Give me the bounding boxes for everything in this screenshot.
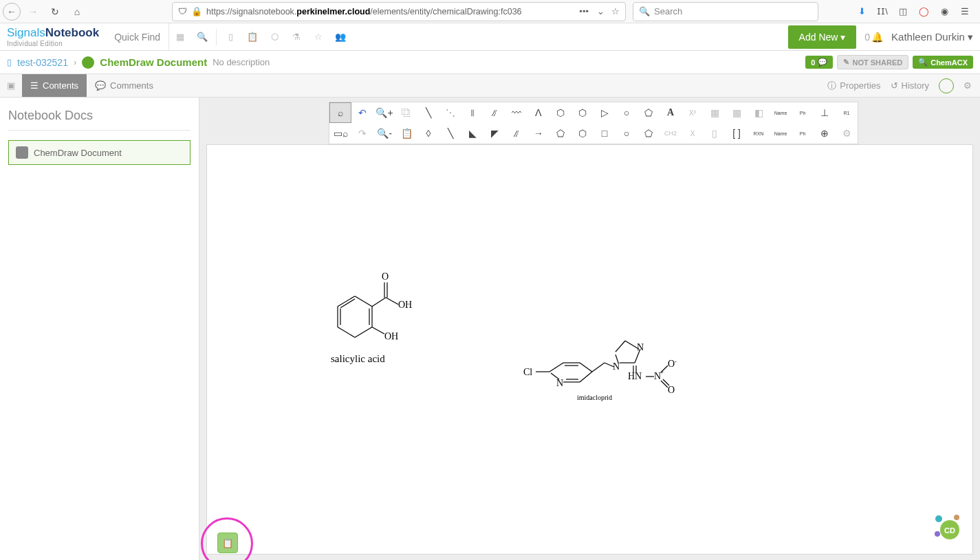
pocket-icon[interactable]: ⌄ bbox=[597, 6, 605, 16]
tool-name-struct[interactable]: Name bbox=[770, 102, 792, 123]
notebook-icon[interactable]: ▯ bbox=[219, 23, 241, 50]
tool-marquee[interactable]: ▭⌕ bbox=[329, 123, 351, 144]
tool-bond-bold[interactable]: ╲ bbox=[439, 123, 461, 144]
tool-phenyl2[interactable]: Ph bbox=[792, 123, 814, 144]
quick-find-button[interactable]: Quick Find bbox=[106, 23, 169, 50]
chemdraw-canvas[interactable]: O OH OH salicylic acid bbox=[206, 144, 973, 555]
sidebar-doc-item[interactable]: ChemDraw Document bbox=[8, 140, 190, 165]
history-button[interactable]: ↺History bbox=[891, 80, 929, 91]
tool-hexagon2[interactable]: ⬡ bbox=[571, 123, 594, 144]
calendar-icon[interactable]: ▦ bbox=[169, 23, 191, 50]
tool-bond-double[interactable]: ⫽ bbox=[505, 123, 527, 144]
search-app-icon[interactable]: 🔍 bbox=[191, 23, 213, 50]
page-actions-icon[interactable]: ••• bbox=[579, 6, 589, 16]
account-icon[interactable]: ◉ bbox=[937, 5, 951, 19]
forward-button[interactable]: → bbox=[23, 2, 43, 21]
svg-line-9 bbox=[372, 298, 386, 306]
clipboard-icon[interactable]: 📋 bbox=[241, 23, 263, 50]
library-icon[interactable]: 𝖨𝖨\ bbox=[875, 5, 889, 19]
tool-bond-dashed[interactable]: ⋱ bbox=[439, 102, 461, 123]
extension-icon[interactable]: ◯ bbox=[917, 5, 930, 19]
settings-icon[interactable]: ⚙ bbox=[963, 80, 972, 91]
tool-text[interactable]: A bbox=[660, 102, 682, 123]
tool-benzene[interactable]: ⬡ bbox=[549, 102, 571, 123]
tool-hexagon[interactable]: ⬡ bbox=[571, 102, 594, 123]
comment-count-pill[interactable]: 0 💬 bbox=[805, 56, 833, 69]
svg-line-12 bbox=[386, 298, 398, 304]
breadcrumb-title[interactable]: ChemDraw Document bbox=[100, 56, 207, 68]
tool-bracket[interactable]: ▯ bbox=[704, 123, 726, 144]
tool-pentagon[interactable]: ⬠ bbox=[549, 123, 571, 144]
bell-icon: 🔔 bbox=[871, 32, 883, 43]
tool-cyclohex-chair2[interactable]: ⬠ bbox=[638, 123, 660, 144]
atom-o: O bbox=[382, 271, 389, 282]
tool-rxn[interactable]: RXN bbox=[748, 123, 770, 144]
back-button[interactable]: ← bbox=[3, 3, 21, 21]
status-icon[interactable] bbox=[939, 78, 954, 93]
tool-brackets[interactable]: [ ] bbox=[726, 123, 748, 144]
sidebar-icon[interactable]: ◫ bbox=[896, 5, 910, 19]
atom-icon[interactable]: ⬡ bbox=[263, 23, 285, 50]
browser-search[interactable]: 🔍 Search bbox=[633, 2, 818, 21]
tool-circle[interactable]: ○ bbox=[616, 102, 638, 123]
tool-plus[interactable]: ⊕ bbox=[814, 123, 836, 144]
tool-arrow[interactable]: → bbox=[527, 123, 549, 144]
tool-template2[interactable]: ▦ bbox=[726, 102, 748, 123]
tool-cyclohex-chair[interactable]: ⬠ bbox=[638, 102, 660, 123]
tool-phenyl[interactable]: Ph bbox=[792, 102, 814, 123]
properties-button[interactable]: ⓘProperties bbox=[827, 80, 880, 92]
star-icon[interactable]: ☆ bbox=[307, 23, 329, 50]
flask-icon[interactable]: ⚗ bbox=[285, 23, 307, 50]
chemacx-button[interactable]: 🔍 ChemACX bbox=[913, 56, 973, 69]
tool-lasso[interactable]: ⌕ bbox=[329, 102, 351, 123]
doc-type-icon bbox=[82, 56, 94, 69]
tool-rgroup[interactable]: R1 bbox=[836, 102, 858, 123]
tool-bond-single[interactable]: ╲ bbox=[417, 102, 439, 123]
tool-undo[interactable]: ↶ bbox=[351, 102, 373, 123]
tool-paste[interactable]: 📋 bbox=[395, 123, 417, 144]
add-new-button[interactable]: Add New ▾ bbox=[788, 25, 857, 49]
tool-zoom-in[interactable]: 🔍+ bbox=[373, 102, 395, 123]
molecule-salicylic-acid[interactable]: O OH OH bbox=[324, 269, 420, 358]
tool-circle2[interactable]: ○ bbox=[616, 123, 638, 144]
bookmark-icon[interactable]: ☆ bbox=[611, 6, 620, 16]
tool-struct-name[interactable]: Name bbox=[770, 123, 792, 144]
tool-gear[interactable]: ⚙ bbox=[836, 123, 858, 144]
download-icon[interactable]: ⬇ bbox=[855, 5, 869, 19]
tool-zoom-out[interactable]: 🔍- bbox=[373, 123, 395, 144]
tool-bond-wedge2[interactable]: ◤ bbox=[483, 123, 505, 144]
tool-wavy[interactable]: 〰 bbox=[505, 102, 527, 123]
view-icon[interactable]: ▣ bbox=[0, 74, 22, 97]
tool-template3[interactable]: ◧ bbox=[748, 102, 770, 123]
tool-bond-wedge[interactable]: ◣ bbox=[461, 123, 483, 144]
notifications[interactable]: 0🔔 bbox=[864, 32, 883, 43]
tool-ch2[interactable]: CH2 bbox=[660, 123, 682, 144]
tool-eraser[interactable]: ◊ bbox=[417, 123, 439, 144]
tool-redo[interactable]: ↷ bbox=[351, 123, 373, 144]
share-status-pill[interactable]: ✎ NOT SHARED bbox=[837, 55, 908, 69]
breadcrumb-parent[interactable]: test-032521 bbox=[17, 57, 68, 68]
doc-label: ChemDraw Document bbox=[34, 148, 122, 158]
reload-button[interactable]: ↻ bbox=[45, 2, 65, 21]
url-bar[interactable]: 🛡 🔒 https://signalsnotebook.perkinelmer.… bbox=[172, 2, 626, 21]
tool-superscript[interactable]: X² bbox=[682, 102, 704, 123]
user-menu[interactable]: Kathleen Durkin ▾ bbox=[891, 31, 973, 43]
tool-template1[interactable]: ▦ bbox=[704, 102, 726, 123]
tool-triangle[interactable]: ▷ bbox=[594, 102, 616, 123]
tool-copy[interactable]: ⿻ bbox=[395, 102, 417, 123]
tool-bond-hash2[interactable]: ⫽ bbox=[483, 102, 505, 123]
tool-square[interactable]: □ bbox=[594, 123, 616, 144]
home-button[interactable]: ⌂ bbox=[67, 2, 87, 21]
tool-chain[interactable]: ᐱ bbox=[527, 102, 549, 123]
tab-contents[interactable]: ☰Contents bbox=[22, 74, 87, 97]
tab-comments[interactable]: 💬Comments bbox=[87, 74, 162, 97]
tool-stamp[interactable]: ⊥ bbox=[814, 102, 836, 123]
atom-hn: HN bbox=[628, 371, 642, 381]
menu-icon[interactable]: ☰ bbox=[958, 5, 972, 19]
tool-x[interactable]: X bbox=[682, 123, 704, 144]
app-logo[interactable]: SignalsNotebook Individual Edition bbox=[0, 26, 106, 47]
users-icon[interactable]: 👥 bbox=[329, 23, 351, 50]
floating-clipboard-button[interactable]: 📋 bbox=[217, 533, 238, 553]
chemdraw-logo: CD bbox=[929, 509, 963, 544]
tool-bond-hash[interactable]: ⫴ bbox=[461, 102, 483, 123]
